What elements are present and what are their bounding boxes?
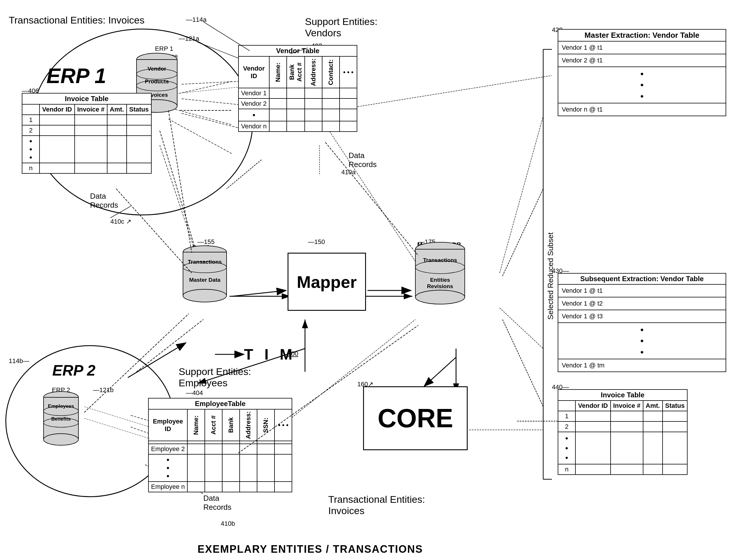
svg-text:Transactions: Transactions (188, 259, 222, 265)
svg-text:Transactions: Transactions (423, 257, 457, 263)
data-records-406: DataRecords (90, 192, 118, 210)
core-box: CORE (363, 386, 468, 450)
ref-114b: 114b— (9, 357, 29, 365)
support-entities-vendors: Support Entities:Vendors (305, 16, 377, 39)
svg-text:Vendor: Vendor (147, 66, 166, 72)
svg-point-51 (415, 290, 465, 304)
transactional-entities-top: Transactional Entities: Invoices (9, 15, 144, 26)
erp2-label: ERP 2 (52, 362, 95, 379)
svg-text:Benefits: Benefits (51, 416, 70, 422)
svg-point-38 (44, 434, 78, 445)
svg-text:Employees: Employees (48, 403, 74, 409)
svg-text:Master Data: Master Data (189, 277, 221, 283)
ref-410c: 410c ↗ (110, 218, 131, 225)
svg-point-45 (183, 289, 227, 302)
ref-114a: —114a (186, 16, 206, 23)
invoice-table-440: Invoice Table Vendor ID Invoice # Amt. S… (558, 389, 688, 475)
core-label: CORE (378, 403, 453, 433)
subsequent-extraction-table: Subsequent Extraction: Vendor Table Vend… (558, 273, 726, 372)
diagram-container: Transactional Entities: Invoices ERP 1 —… (0, 0, 750, 560)
svg-text:Revisions: Revisions (427, 283, 453, 289)
staging-database-cylinder: StagingDatabase Transactions Master Data (180, 244, 229, 261)
erp2-database-cylinder: Employees Benefits ERP 2Database (41, 389, 81, 401)
master-extraction-table: Master Extraction: Vendor Table Vendor 1… (558, 29, 726, 116)
employee-table-404: EmployeeTable EmployeeID Name: Acct # Ba… (148, 398, 292, 492)
svg-text:Entities: Entities (430, 277, 450, 283)
erp1-label: ERP 1 (46, 64, 106, 88)
monitoring-db-cylinder: Monitoring DB,Entities Transactions Enti… (412, 241, 468, 257)
mapper-label: Mapper (297, 272, 357, 292)
svg-text:Products: Products (145, 78, 169, 84)
invoice-table-406: Invoice Table Vendor ID Invoice # Amt. S… (22, 93, 151, 174)
mapper-box: Mapper (288, 253, 366, 311)
vendor-table-402: Vendor Table VendorID Name: BankAcct # A… (238, 45, 357, 132)
ref-121a: —121a (179, 35, 199, 42)
